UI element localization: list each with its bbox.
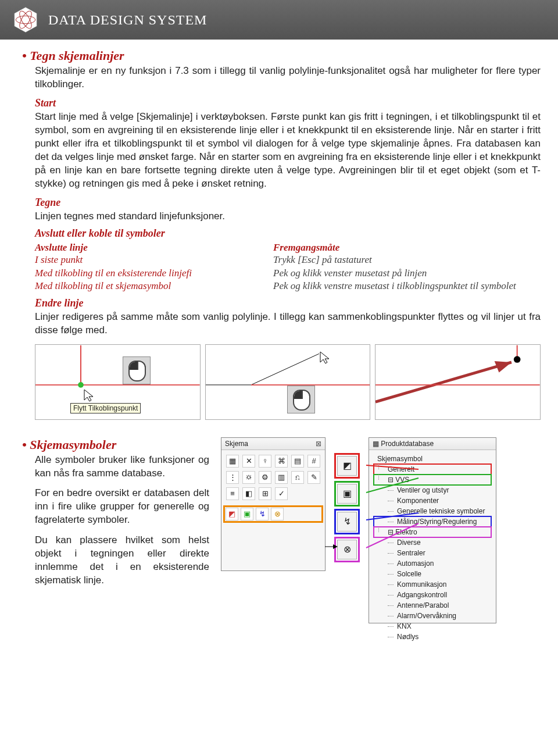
col-right-row2: Pek og klikk venster musetast på linjen [273, 267, 541, 280]
diagram-panel-2 [205, 344, 371, 420]
skjemasymboler-p1: Alle symboler bruker like funksjoner og … [35, 454, 209, 480]
tool-icon[interactable]: ◧ [242, 487, 255, 500]
skjemasymboler-p3: Du kan plassere hvilket som helst objekt… [35, 534, 209, 587]
tool-icon[interactable]: ♀ [259, 455, 271, 468]
symbol-category-maaling-button[interactable]: ↯ [337, 512, 357, 532]
symbol-category-elektro-button[interactable]: ⊗ [337, 540, 357, 559]
tool-symbol-vvs-icon[interactable]: ▣ [241, 508, 253, 520]
toolbox-title: Skjema [225, 440, 248, 448]
tree-title: Produktdatabase [381, 440, 434, 448]
svg-marker-16 [333, 544, 338, 549]
tree-titlebar: ▦ Produktdatabase [369, 438, 496, 450]
mouse-icon-box [123, 356, 151, 384]
col-right-row3: Pek og klikk venstre musetast i tilkobli… [273, 280, 541, 293]
tool-icon[interactable]: ▦ [226, 455, 239, 468]
app-header: DATA DESIGN SYSTEM [0, 0, 558, 40]
tree-body: Skjemasymbol Generelt ⊟ VVS Ventiler og … [369, 450, 496, 646]
tool-icon[interactable]: ⎌ [291, 471, 304, 484]
tree-leaf[interactable]: Adgangskontroll [374, 590, 491, 600]
tool-icon[interactable]: ⋮ [226, 471, 239, 484]
tool-icon[interactable]: ⌘ [275, 455, 288, 468]
tree-leaf[interactable]: Alarm/Overvåkning [374, 611, 491, 621]
endre-paragraph: Linjer redigeres på samme måte som vanli… [35, 311, 541, 337]
tree-leaf[interactable]: Generelle tekniske symboler [374, 506, 491, 516]
tree-node-elektro[interactable]: ⊟ Elektro [374, 527, 491, 537]
tree-leaf[interactable]: Automasjon [374, 558, 491, 569]
tree-leaf[interactable]: Komponenter [374, 495, 491, 506]
intro-text: Skjemalinje er en ny funksjon i 7.3 som … [35, 65, 541, 91]
mouse-left-click-icon [293, 390, 310, 411]
symbol-category-generelt-button[interactable]: ◩ [337, 456, 357, 476]
tree-leaf[interactable]: Diverse [374, 537, 491, 548]
produktdatabase-panel: ▦ Produktdatabase Skjemasymbol Generelt … [369, 437, 496, 623]
arrow-right-icon [325, 543, 338, 550]
col-left-row3: Med tilkobling til et skjemasymbol [35, 280, 250, 293]
diagram-row: Flytt Tilkoblingspunkt [35, 344, 541, 420]
tree-leaf-maaling[interactable]: Måling/Styring/Regulering [374, 516, 491, 527]
tree-leaf[interactable]: Sentraler [374, 548, 491, 558]
section-title-tegn-skjemalinjer: Tegn skjemalinjer [22, 48, 541, 63]
brand-logo-icon [12, 6, 40, 34]
tool-symbol-elektro-icon[interactable]: ⊗ [271, 508, 284, 520]
tool-icon[interactable]: ✕ [242, 455, 255, 468]
cursor-icon [83, 388, 95, 402]
svg-marker-11 [495, 361, 512, 372]
tool-symbol-general-icon[interactable]: ◩ [226, 508, 238, 520]
brand-title: DATA DESIGN SYSTEM [48, 12, 207, 28]
mouse-icon-box [287, 386, 315, 413]
svg-line-8 [251, 354, 319, 385]
mouse-left-click-icon [128, 361, 146, 381]
svg-point-14 [514, 356, 521, 363]
tree-leaf[interactable]: Kommunikasjon [374, 579, 491, 590]
tool-icon[interactable]: ⚙ [259, 471, 271, 484]
symbol-button-column: ◩ ▣ ↯ ⊗ [336, 437, 358, 623]
start-heading: Start [35, 97, 541, 109]
tool-icon[interactable]: ⛭ [242, 471, 255, 484]
tree-leaf[interactable]: Ventiler og utstyr [374, 485, 491, 495]
toolbox-titlebar: Skjema ⊠ [221, 438, 325, 450]
two-column-table: Avslutte linje I siste punkt Med tilkobl… [35, 242, 541, 292]
tool-icon[interactable]: ≡ [226, 487, 239, 500]
tool-icon[interactable]: ✓ [275, 487, 288, 500]
tree-leaf[interactable]: KNX [374, 621, 491, 632]
col-right-row1: Trykk [Esc] på tastaturet [273, 254, 541, 266]
cursor-icon [319, 351, 331, 365]
avslutt-heading: Avslutt eller koble til symboler [35, 227, 541, 240]
tegne-paragraph: Linjen tegnes med standard linjefunksjon… [35, 210, 541, 223]
col-right-heading: Fremgangsmåte [273, 242, 541, 254]
tree-node-generelt[interactable]: Generelt [374, 464, 491, 475]
tool-icon[interactable]: ⊞ [259, 487, 271, 500]
tool-row-highlighted: ◩ ▣ ↯ ⊗ [225, 507, 321, 521]
section-title-skjemasymboler: Skjemasymboler [22, 437, 209, 452]
tegne-heading: Tegne [35, 197, 541, 209]
start-paragraph: Start linje med å velge [Skjemalinje] i … [35, 110, 541, 191]
tool-icon[interactable]: ▤ [291, 455, 304, 468]
tree-leaf[interactable]: Solcelle [374, 569, 491, 579]
endre-heading: Endre linje [35, 297, 541, 309]
tool-icon[interactable]: # [307, 455, 320, 468]
close-icon[interactable]: ⊠ [316, 440, 321, 448]
diagram-panel-1: Flytt Tilkoblingspunkt [35, 344, 201, 420]
tool-icon[interactable]: ▥ [275, 471, 288, 484]
skjema-toolbox-panel: Skjema ⊠ ▦ ✕ ♀ ⌘ ▤ # ⋮ ⛭ ⚙ ▥ ⎌ ✎ ≡ [221, 437, 326, 571]
svg-marker-0 [15, 7, 37, 32]
tool-symbol-maaling-icon[interactable]: ↯ [256, 508, 269, 520]
symbol-category-vvs-button[interactable]: ▣ [337, 484, 357, 504]
tree-node-vvs[interactable]: ⊟ VVS [374, 475, 491, 485]
tree-root[interactable]: Skjemasymbol [374, 454, 491, 464]
svg-point-6 [78, 382, 84, 388]
tree-leaf[interactable]: Antenne/Parabol [374, 600, 491, 611]
col-left-row1: I siste punkt [35, 254, 250, 266]
diagram-panel-3 [375, 344, 541, 420]
tooltip-flytt-tilkoblingspunkt: Flytt Tilkoblingspunkt [70, 403, 141, 413]
col-left-heading: Avslutte linje [35, 242, 250, 254]
svg-line-10 [375, 362, 512, 401]
tree-leaf[interactable]: Nødlys [374, 632, 491, 642]
skjemasymboler-p2: For en bedre oversikt er databasen delt … [35, 487, 209, 527]
tool-icon[interactable]: ✎ [307, 471, 320, 484]
col-left-row2: Med tilkobling til en eksisterende linje… [35, 267, 250, 280]
